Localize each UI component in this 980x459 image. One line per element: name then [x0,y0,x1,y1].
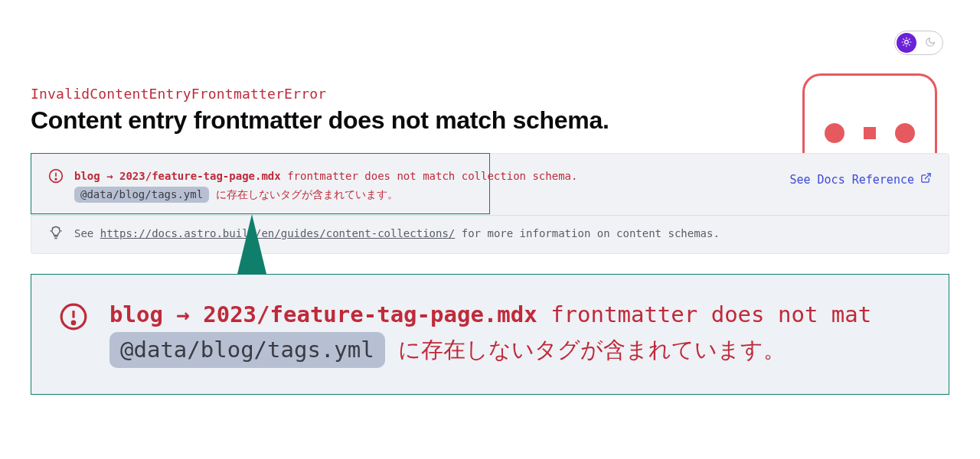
zoom-message-tail: frontmatter does not mat [537,301,872,327]
zoom-error-message: blog → 2023/feature-tag-page.mdx frontma… [109,298,871,368]
error-row: blog → 2023/feature-tag-page.mdx frontma… [48,168,577,204]
docs-reference-link[interactable]: See Docs Reference [789,172,932,187]
hint-suffix: for more information on content schemas. [455,227,720,239]
moon-icon [920,37,941,50]
hint-row: See https://docs.astro.build/en/guides/c… [31,216,949,253]
svg-point-3 [55,178,57,180]
error-entry-path: blog → 2023/feature-tag-page.mdx [74,170,281,182]
hint-prefix: See [74,227,100,239]
theme-toggle[interactable] [894,31,943,55]
hint-url-link[interactable]: https://docs.astro.build/en/guides/conte… [100,227,456,239]
zoom-entry-path: blog → 2023/feature-tag-page.mdx [109,301,537,327]
error-detail-tail: に存在しないタグが含まれています。 [209,188,397,200]
error-name: InvalidContentEntryFrontmatterError [31,86,609,102]
svg-line-4 [925,174,930,179]
error-header: InvalidContentEntryFrontmatterError Cont… [31,86,609,135]
error-title: Content entry frontmatter does not match… [31,106,609,135]
zoom-error-row: blog → 2023/feature-tag-page.mdx frontma… [31,275,949,368]
zoom-detail-tail: に存在しないタグが含まれています。 [385,337,786,363]
error-panel-main: blog → 2023/feature-tag-page.mdx frontma… [31,154,949,216]
error-file-chip: @data/blog/tags.yml [74,187,209,203]
svg-point-0 [905,40,909,44]
exclamation-circle-icon [59,302,88,334]
astro-mascot-illustration [802,73,937,159]
mascot-eye-right [895,123,915,143]
error-message: blog → 2023/feature-tag-page.mdx frontma… [74,168,577,204]
annotation-arrow [237,214,266,274]
svg-point-7 [72,321,74,324]
zoom-file-chip: @data/blog/tags.yml [109,332,385,368]
mascot-nose [864,127,876,139]
lightbulb-icon [48,225,64,243]
external-link-icon [920,172,932,187]
mascot-eye-left [825,123,844,143]
exclamation-circle-icon [48,168,64,187]
docs-reference-label: See Docs Reference [789,173,914,187]
annotation-zoom-panel: blog → 2023/feature-tag-page.mdx frontma… [31,274,949,395]
error-message-tail: frontmatter does not match collection sc… [281,170,578,182]
error-panel: blog → 2023/feature-tag-page.mdx frontma… [31,153,949,254]
theme-toggle-light[interactable] [897,33,916,53]
hint-text: See https://docs.astro.build/en/guides/c… [74,227,720,239]
sun-icon [901,37,912,50]
